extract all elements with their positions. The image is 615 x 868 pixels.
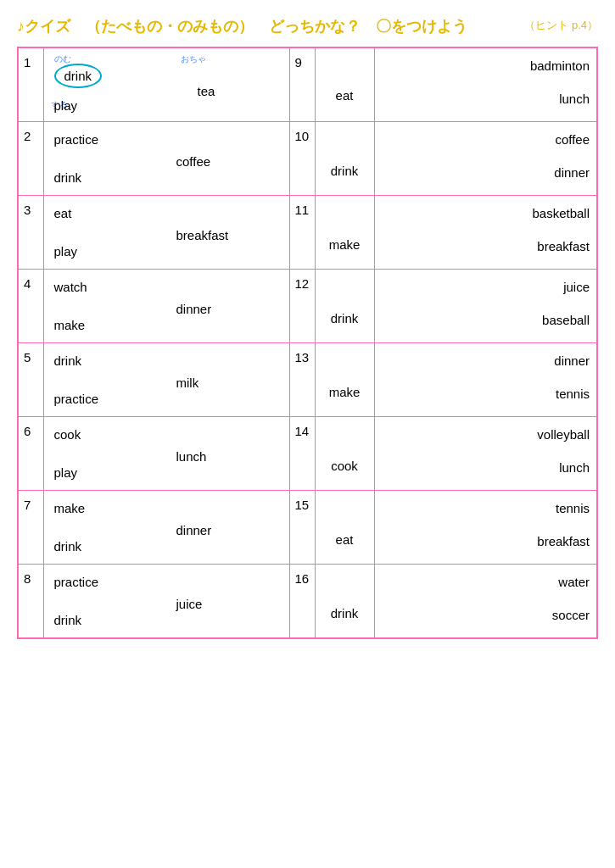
row-number: 11 <box>289 196 315 270</box>
row-number: 2 <box>18 122 43 196</box>
word-juice: juice <box>176 597 203 611</box>
row-number: 10 <box>289 122 315 196</box>
row-number: 16 <box>289 565 315 639</box>
table-row: 2 practice coffee drink 10 drink coffee … <box>18 122 597 196</box>
middle-verb: eat <box>315 491 374 565</box>
word-coffee: coffee <box>176 154 211 169</box>
right-options: coffee dinner <box>374 122 597 196</box>
word-breakfast: breakfast <box>176 228 229 242</box>
word-milk: milk <box>176 376 199 390</box>
furigana-tea: おちゃ <box>181 53 206 65</box>
word-drink: drink <box>54 170 82 185</box>
row-number: 5 <box>18 343 43 417</box>
right-options: juice baseball <box>374 270 597 343</box>
row-number: 8 <box>18 565 43 639</box>
right-options: dinner tennis <box>374 343 597 417</box>
middle-verb: drink <box>315 565 374 639</box>
row-number: 15 <box>289 491 315 565</box>
row-number: 9 <box>289 47 315 122</box>
middle-verb: make <box>315 196 374 270</box>
row-number: 12 <box>289 270 315 343</box>
table-row: 3 eat breakfast play 11 make basketball … <box>18 196 597 270</box>
word-practice: practice <box>54 132 99 147</box>
row-number: 6 <box>18 417 43 491</box>
word-practice: practice <box>54 392 99 406</box>
row-number: 14 <box>289 417 315 491</box>
row-number: 4 <box>18 270 43 343</box>
left-content-cell: drink milk practice <box>43 343 289 417</box>
table-row: 6 cook lunch play 14 cook volleyball lun… <box>18 417 597 491</box>
word-practice: practice <box>54 575 99 589</box>
right-options: badminton lunch <box>374 47 597 122</box>
left-content-cell: make dinner drink <box>43 491 289 565</box>
right-options: basketball breakfast <box>374 196 597 270</box>
page-header: ♪クイズ （たべもの・のみもの） どっちかな？ 〇をつけよう （ヒント p.4） <box>17 15 598 38</box>
middle-verb: make <box>315 343 374 417</box>
middle-verb: eat <box>315 47 374 122</box>
row-number: 1 <box>18 47 43 122</box>
word-play: play <box>54 465 78 480</box>
left-content-cell: eat breakfast play <box>43 196 289 270</box>
table-row: 1 のむ drink おちゃ tea する play 9 eat badmint… <box>18 47 597 122</box>
word-eat: eat <box>54 206 72 220</box>
word-drink-circle: drink <box>54 64 103 88</box>
middle-verb: cook <box>315 417 374 491</box>
word-watch: watch <box>54 280 87 294</box>
word-play: play <box>54 98 78 113</box>
table-row: 8 practice juice drink 16 drink water so… <box>18 565 597 639</box>
left-content-cell: practice juice drink <box>43 565 289 639</box>
table-row: 7 make dinner drink 15 eat tennis breakf… <box>18 491 597 565</box>
row-number: 3 <box>18 196 43 270</box>
right-options: water soccer <box>374 565 597 639</box>
word-dinner: dinner <box>176 523 212 537</box>
table-row: 5 drink milk practice 13 make dinner ten… <box>18 343 597 417</box>
table-row: 4 watch dinner make 12 drink juice baseb… <box>18 270 597 343</box>
row-number: 13 <box>289 343 315 417</box>
word-play: play <box>54 244 78 259</box>
word-drink: drink <box>54 613 82 627</box>
middle-verb: drink <box>315 122 374 196</box>
word-cook: cook <box>54 427 81 442</box>
word-drink: drink <box>54 353 82 368</box>
word-make: make <box>54 501 86 515</box>
word-dinner: dinner <box>176 302 212 316</box>
word-lunch: lunch <box>176 449 207 464</box>
page-title: ♪クイズ （たべもの・のみもの） どっちかな？ 〇をつけよう <box>17 18 467 35</box>
middle-verb: drink <box>315 270 374 343</box>
left-content-cell: practice coffee drink <box>43 122 289 196</box>
left-content-cell: のむ drink おちゃ tea する play <box>43 47 289 122</box>
row-number: 7 <box>18 491 43 565</box>
word-drink: drink <box>54 539 82 554</box>
right-options: tennis breakfast <box>374 491 597 565</box>
right-options: volleyball lunch <box>374 417 597 491</box>
word-tea: tea <box>198 84 215 98</box>
hint-text: （ヒント p.4） <box>524 17 598 34</box>
word-make: make <box>54 318 86 332</box>
quiz-table: 1 のむ drink おちゃ tea する play 9 eat badmint… <box>17 47 598 639</box>
left-content-cell: cook lunch play <box>43 417 289 491</box>
left-content-cell: watch dinner make <box>43 270 289 343</box>
